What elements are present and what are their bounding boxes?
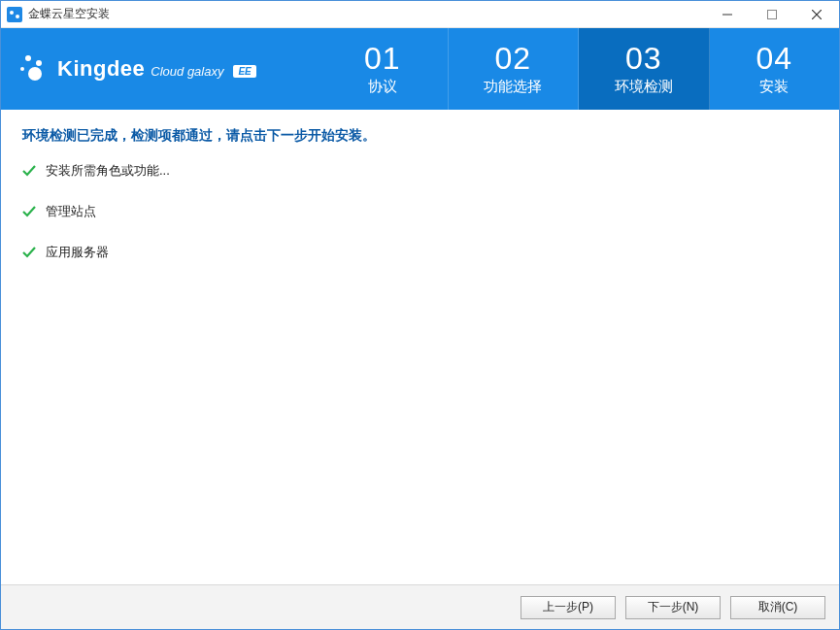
- close-button[interactable]: [794, 1, 839, 28]
- app-icon: [7, 7, 22, 22]
- minimize-icon: [722, 10, 732, 19]
- step-number: 01: [364, 43, 401, 74]
- check-icon: [22, 205, 36, 218]
- check-icon: [22, 164, 36, 178]
- check-item-label: 管理站点: [46, 203, 96, 220]
- maximize-button[interactable]: [750, 1, 794, 28]
- step-label: 环境检测: [615, 78, 673, 96]
- logo-badge: EE: [233, 65, 255, 78]
- window-title: 金蝶云星空安装: [28, 6, 110, 22]
- check-item: 管理站点: [22, 203, 818, 220]
- check-item: 应用服务器: [22, 244, 818, 261]
- check-item: 安装所需角色或功能...: [22, 162, 818, 180]
- logo-icon: [20, 53, 51, 84]
- content-area: 环境检测已完成，检测项都通过，请点击下一步开始安装。 安装所需角色或功能... …: [1, 110, 839, 584]
- check-item-label: 安装所需角色或功能...: [46, 162, 170, 180]
- prev-button[interactable]: 上一步(P): [521, 596, 616, 619]
- step-number: 04: [756, 43, 792, 74]
- check-icon: [22, 246, 36, 259]
- step-features[interactable]: 02 功能选择: [449, 28, 580, 110]
- step-number: 02: [494, 43, 531, 74]
- logo-text: Kingdee Cloud galaxy EE: [57, 56, 256, 82]
- step-agreement[interactable]: 01 协议: [318, 28, 449, 110]
- cancel-button[interactable]: 取消(C): [730, 596, 825, 619]
- titlebar: 金蝶云星空安装: [1, 1, 839, 28]
- logo-area: Kingdee Cloud galaxy EE: [1, 28, 318, 110]
- close-icon: [812, 10, 822, 19]
- step-label: 安装: [759, 78, 789, 96]
- svg-rect-0: [768, 10, 777, 18]
- window-controls: [705, 1, 839, 28]
- maximize-icon: [767, 10, 777, 19]
- status-heading: 环境检测已完成，检测项都通过，请点击下一步开始安装。: [22, 127, 818, 145]
- check-item-label: 应用服务器: [46, 244, 109, 261]
- step-install[interactable]: 04 安装: [710, 28, 840, 110]
- logo-brand: Kingdee: [57, 56, 145, 82]
- step-label: 功能选择: [484, 78, 542, 96]
- steps-nav: 01 协议 02 功能选择 03 环境检测 04 安装: [318, 28, 839, 110]
- step-environment-check[interactable]: 03 环境检测: [579, 28, 710, 110]
- footer: 上一步(P) 下一步(N) 取消(C): [1, 584, 839, 629]
- minimize-button[interactable]: [705, 1, 750, 28]
- step-number: 03: [625, 43, 662, 74]
- header: Kingdee Cloud galaxy EE 01 协议 02 功能选择 03…: [1, 28, 839, 110]
- step-label: 协议: [368, 78, 397, 96]
- next-button[interactable]: 下一步(N): [625, 596, 721, 619]
- installer-window: 金蝶云星空安装 Kingdee Cloud galaxy EE: [0, 0, 840, 630]
- logo-sub: Cloud galaxy: [151, 64, 223, 79]
